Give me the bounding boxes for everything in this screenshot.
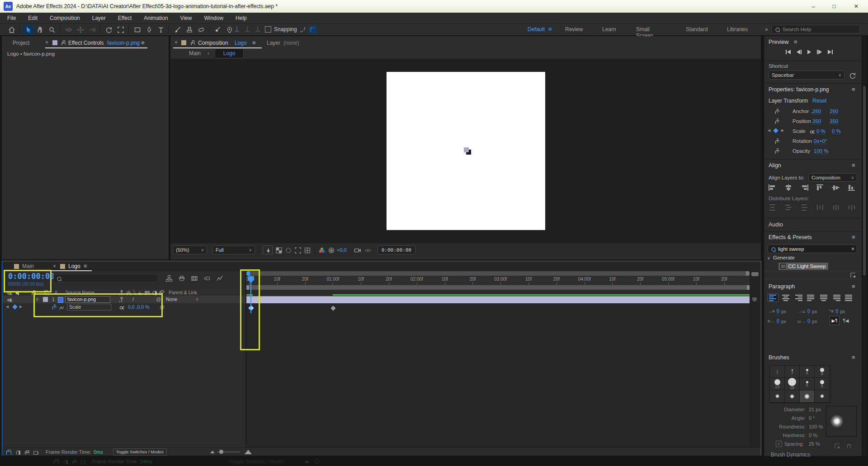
brush-preset[interactable]: 5 [800,366,815,378]
opacity-value[interactable]: 100 % [814,148,829,154]
layer-transform-group[interactable]: Layer Transform [769,98,808,104]
distribute-right-icon[interactable] [848,204,856,211]
panel-lock-icon[interactable] [60,40,66,45]
brush-spacing-checkbox[interactable]: ✓ [776,441,782,447]
scale-link-icon[interactable] [809,128,815,134]
position-y-value[interactable]: 350 [830,118,838,124]
first-line-indent-field[interactable]: ⁺≡ 0 px [829,308,845,314]
rotation-tool[interactable] [103,24,114,35]
text-direction-ltr-button[interactable]: ▶¶ [830,316,840,325]
transparency-toggle-icon[interactable] [24,449,29,455]
paragraph-menu-icon[interactable]: ≡ [852,283,855,290]
fast-previews-icon[interactable] [263,245,273,254]
brush-preset[interactable] [800,391,815,403]
scale-graph-icon[interactable] [58,304,64,310]
draft-3d-icon[interactable] [15,449,20,455]
snapping-checkbox[interactable] [265,26,271,33]
menu-effect[interactable]: Effect [118,15,132,21]
track-area[interactable] [245,296,750,447]
layer-name-field[interactable]: favicon-p.png [65,296,110,303]
first-frame-button[interactable] [786,50,791,54]
parent-dropdown-chevron[interactable]: ∨ [196,297,199,301]
opacity-label[interactable]: Opacity [793,148,810,154]
position-stopwatch-icon[interactable] [774,118,779,124]
next-frame-button[interactable] [817,50,822,54]
magnification-dropdown[interactable]: (50%)∨ [173,245,207,254]
mask-visibility-icon[interactable] [285,247,292,254]
effect-result-name[interactable]: CC Light Sweep [788,264,826,269]
brush-preset[interactable]: 19 [785,378,800,390]
tab-composition-close-icon[interactable]: × [175,39,178,46]
layer-visibility-icon[interactable] [7,297,12,302]
tab-composition[interactable]: Composition [198,40,228,46]
hand-tool[interactable] [34,24,46,35]
zoom-in-mountain-icon[interactable] [245,450,252,454]
close-button[interactable]: ✕ [844,0,868,13]
resolution-dropdown[interactable]: Full∨ [212,245,255,254]
brush-diameter-value[interactable]: 21 px [809,407,821,412]
distribute-vcenter-icon[interactable] [784,204,793,211]
exposure-icon[interactable] [328,247,335,254]
shy-layers-icon[interactable] [178,275,185,282]
timeline-vscroll-thumb[interactable] [751,272,759,276]
align-right-icon[interactable] [800,184,808,191]
show-snapshot-icon[interactable] [364,247,371,254]
tab-effect-controls[interactable]: Effect Controls [68,40,104,46]
tab-timeline-logo[interactable]: Logo [68,263,80,269]
new-brush-icon[interactable] [834,443,840,448]
time-ruler[interactable]: 00f10f20f01:00f10f20f02:00f10f20f03:00f1… [246,276,750,286]
snapshot-camera-icon[interactable] [354,247,361,254]
align-right-text-icon[interactable] [793,294,804,302]
kf-nav-prev-icon[interactable]: ◀ [6,305,9,309]
position-label[interactable]: Position [793,118,811,124]
space-before-field[interactable]: →⚏ 0 px [797,308,817,314]
snap-expand-icon[interactable] [300,27,305,32]
type-tool[interactable] [155,24,166,35]
panel-menu-icon[interactable]: ≡ [141,39,145,46]
composition-flowchart-icon[interactable] [165,275,172,282]
effects-group-generate[interactable]: Generate [773,255,795,260]
layer-expand-chevron[interactable]: ∨ [36,297,39,301]
justify-all-icon[interactable] [844,294,854,302]
clone-stamp-tool[interactable] [183,24,195,35]
brush-angle-value[interactable]: 0 ° [809,415,815,421]
brush-grid[interactable]: 1359131959 [769,365,831,403]
scaled-logo-layer[interactable] [464,147,469,152]
timeline-tab-menu-icon[interactable]: ≡ [84,263,87,269]
layer-duration-bar[interactable] [246,296,750,303]
work-area-start-handle[interactable] [246,285,249,290]
workspace-review[interactable]: Review [565,26,583,33]
indent-left-field[interactable]: →≡ 0 px [768,308,786,314]
layer-label-chip[interactable] [43,297,48,302]
scale-stopwatch-icon[interactable] [51,304,57,310]
comp-menu-icon[interactable]: ≡ [252,39,256,46]
timeline-search-box[interactable] [53,274,158,282]
text-direction-rtl-button[interactable]: ¶◀ [841,316,851,325]
properties-menu-icon[interactable]: ≡ [852,86,855,93]
timeline-zoom-slider[interactable] [217,452,240,452]
local-axis-mode-icon[interactable] [233,26,240,33]
rotation-label[interactable]: Rotation [793,138,812,144]
effects-menu-icon[interactable]: ≡ [852,234,855,240]
anchor-x-value[interactable]: 260 [812,108,821,114]
brush-roundness-value[interactable]: 100 % [809,424,823,429]
menu-view[interactable]: View [180,15,192,21]
opacity-stopwatch-icon[interactable] [774,148,779,154]
sidebar-scrollbar[interactable] [863,36,866,456]
justify-last-right-icon[interactable] [831,294,842,302]
menu-file[interactable]: File [7,15,16,21]
tab-layer[interactable]: Layer [267,40,280,46]
distribute-top-icon[interactable] [769,204,777,211]
prev-frame-button[interactable] [797,50,802,54]
kf-nav-current-icon[interactable] [12,304,17,309]
channel-rgb-icon[interactable] [318,247,325,254]
effects-group-chevron[interactable]: ∨ [767,256,770,260]
brush-preset[interactable] [785,391,800,403]
delete-brush-icon[interactable] [845,443,851,448]
render-multi-frames-icon[interactable] [6,449,11,455]
scale-kf-prev-icon[interactable]: ◀ [768,128,770,132]
brush-preset[interactable]: 9 [815,366,830,378]
rotation-stopwatch-icon[interactable] [774,138,779,144]
tab-composition-target[interactable]: Logo [235,40,247,46]
workspace-menu-icon[interactable]: ≡ [548,26,552,33]
